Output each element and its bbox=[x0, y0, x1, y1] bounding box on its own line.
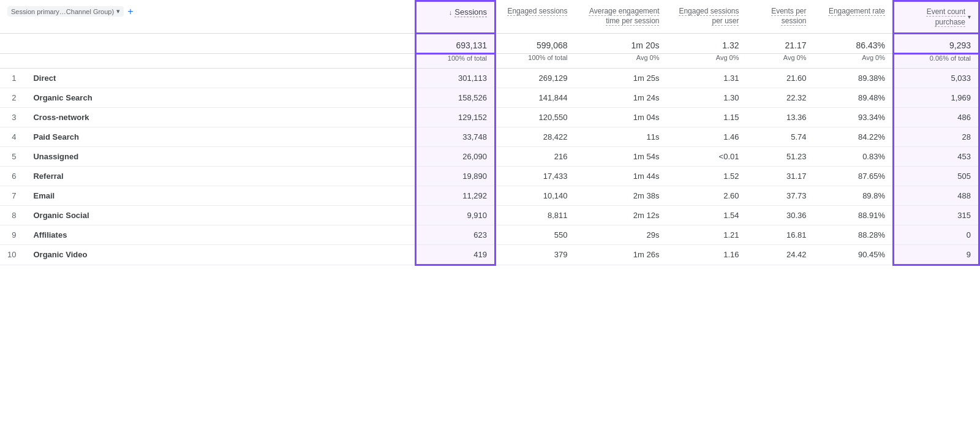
dimension-dropdown-icon[interactable]: ▾ bbox=[116, 7, 120, 15]
engagement-rate-header[interactable]: Engagement rate bbox=[814, 1, 894, 34]
engaged-per-user-header[interactable]: Engaged sessions per user bbox=[667, 1, 747, 34]
row-avg-engagement: 1m 04s bbox=[575, 107, 667, 127]
row-index: 3 bbox=[0, 107, 26, 127]
row-events-per-session: 31.17 bbox=[747, 166, 814, 186]
row-engaged-sessions: 550 bbox=[496, 225, 575, 244]
row-event-count-purchase: 5,033 bbox=[894, 68, 979, 88]
total-purchase-sub: 0.06% of total bbox=[894, 53, 979, 68]
row-engagement-rate: 93.34% bbox=[814, 107, 894, 127]
total-sub-index bbox=[0, 53, 26, 68]
row-events-per-session: 5.74 bbox=[747, 127, 814, 146]
row-avg-engagement: 1m 24s bbox=[575, 88, 667, 107]
table-row: 6 Referral 19,890 17,433 1m 44s 1.52 31.… bbox=[0, 166, 979, 186]
total-engagement-rate: 86.43% bbox=[814, 33, 894, 53]
row-name[interactable]: Referral bbox=[26, 166, 415, 186]
table-row: 10 Organic Video 419 379 1m 26s 1.16 24.… bbox=[0, 244, 979, 265]
row-name[interactable]: Cross-network bbox=[26, 107, 415, 127]
row-avg-engagement: 11s bbox=[575, 127, 667, 146]
avg-engagement-header[interactable]: Average engagement time per session bbox=[575, 1, 667, 34]
row-engaged-per-user: 2.60 bbox=[667, 186, 747, 205]
row-engaged-per-user: 1.46 bbox=[667, 127, 747, 146]
total-sessions-pct: 100% of total bbox=[416, 53, 496, 68]
table-row: 9 Affiliates 623 550 29s 1.21 16.81 88.2… bbox=[0, 225, 979, 244]
row-event-count-purchase: 488 bbox=[894, 186, 979, 205]
row-name[interactable]: Paid Search bbox=[26, 127, 415, 146]
row-index: 10 bbox=[0, 244, 26, 265]
row-engaged-per-user: 1.31 bbox=[667, 68, 747, 88]
row-sessions: 129,152 bbox=[416, 107, 496, 127]
row-engagement-rate: 89.38% bbox=[814, 68, 894, 88]
row-events-per-session: 21.60 bbox=[747, 68, 814, 88]
events-per-session-label: Events per session bbox=[771, 7, 806, 26]
row-name[interactable]: Email bbox=[26, 186, 415, 205]
row-event-count-purchase: 9 bbox=[894, 244, 979, 265]
row-sessions: 419 bbox=[416, 244, 496, 265]
row-name[interactable]: Unassigned bbox=[26, 146, 415, 166]
avg-engagement-label: Average engagement time per session bbox=[589, 7, 660, 26]
row-sessions: 623 bbox=[416, 225, 496, 244]
row-engaged-sessions: 28,422 bbox=[496, 127, 575, 146]
row-avg-engagement: 29s bbox=[575, 225, 667, 244]
table-row: 3 Cross-network 129,152 120,550 1m 04s 1… bbox=[0, 107, 979, 127]
total-avg-sub: Avg 0% bbox=[575, 53, 667, 68]
total-event-count-purchase: 9,293 bbox=[894, 33, 979, 53]
row-engagement-rate: 88.91% bbox=[814, 205, 894, 225]
row-index: 8 bbox=[0, 205, 26, 225]
purchase-dropdown-icon[interactable]: ▾ bbox=[968, 13, 971, 20]
row-event-count-purchase: 505 bbox=[894, 166, 979, 186]
row-event-count-purchase: 0 bbox=[894, 225, 979, 244]
row-engaged-per-user: 1.30 bbox=[667, 88, 747, 107]
table-row: 2 Organic Search 158,526 141,844 1m 24s … bbox=[0, 88, 979, 107]
row-engaged-sessions: 17,433 bbox=[496, 166, 575, 186]
row-name[interactable]: Organic Search bbox=[26, 88, 415, 107]
row-index: 2 bbox=[0, 88, 26, 107]
row-avg-engagement: 1m 26s bbox=[575, 244, 667, 265]
total-engrate-sub: Avg 0% bbox=[814, 53, 894, 68]
row-event-count-purchase: 453 bbox=[894, 146, 979, 166]
row-sessions: 26,090 bbox=[416, 146, 496, 166]
total-sessions: 693,131 bbox=[416, 33, 496, 53]
row-sessions: 11,292 bbox=[416, 186, 496, 205]
add-dimension-button[interactable]: + bbox=[127, 6, 133, 17]
row-index: 5 bbox=[0, 146, 26, 166]
row-engagement-rate: 89.48% bbox=[814, 88, 894, 107]
sessions-header[interactable]: ↓Sessions bbox=[416, 1, 496, 34]
row-events-per-session: 51.23 bbox=[747, 146, 814, 166]
row-events-per-session: 30.36 bbox=[747, 205, 814, 225]
dimension-header: Session primary…Channel Group) ▾ + bbox=[0, 1, 416, 34]
row-engagement-rate: 88.28% bbox=[814, 225, 894, 244]
row-engaged-per-user: 1.52 bbox=[667, 166, 747, 186]
total-engaged-per-user-sub: Avg 0% bbox=[667, 53, 747, 68]
total-sub-label bbox=[26, 53, 415, 68]
row-avg-engagement: 1m 25s bbox=[575, 68, 667, 88]
events-per-session-header[interactable]: Events per session bbox=[747, 1, 814, 34]
row-engaged-per-user: 1.54 bbox=[667, 205, 747, 225]
row-engagement-rate: 89.8% bbox=[814, 186, 894, 205]
engaged-sessions-header[interactable]: Engaged sessions bbox=[496, 1, 575, 34]
table-row: 4 Paid Search 33,748 28,422 11s 1.46 5.7… bbox=[0, 127, 979, 146]
sessions-label: Sessions bbox=[454, 7, 487, 17]
total-avg-engagement: 1m 20s bbox=[575, 33, 667, 53]
total-events-per-session: 21.17 bbox=[747, 33, 814, 53]
row-name[interactable]: Direct bbox=[26, 68, 415, 88]
row-event-count-purchase: 1,969 bbox=[894, 88, 979, 107]
event-count-purchase-header[interactable]: Event count purchase ▾ bbox=[894, 1, 979, 34]
row-name[interactable]: Organic Social bbox=[26, 205, 415, 225]
dimension-chip[interactable]: Session primary…Channel Group) ▾ bbox=[7, 6, 124, 17]
row-name[interactable]: Organic Video bbox=[26, 244, 415, 265]
row-engagement-rate: 87.65% bbox=[814, 166, 894, 186]
row-engaged-per-user: 1.16 bbox=[667, 244, 747, 265]
engaged-per-user-label: Engaged sessions per user bbox=[679, 7, 739, 26]
row-avg-engagement: 1m 54s bbox=[575, 146, 667, 166]
total-engaged-sessions: 599,068 bbox=[496, 33, 575, 53]
row-engagement-rate: 90.45% bbox=[814, 244, 894, 265]
row-index: 9 bbox=[0, 225, 26, 244]
row-event-count-purchase: 486 bbox=[894, 107, 979, 127]
row-engaged-sessions: 269,129 bbox=[496, 68, 575, 88]
total-index bbox=[0, 33, 26, 53]
row-engaged-per-user: 1.21 bbox=[667, 225, 747, 244]
row-engaged-per-user: 1.15 bbox=[667, 107, 747, 127]
row-event-count-purchase: 28 bbox=[894, 127, 979, 146]
row-avg-engagement: 1m 44s bbox=[575, 166, 667, 186]
row-name[interactable]: Affiliates bbox=[26, 225, 415, 244]
